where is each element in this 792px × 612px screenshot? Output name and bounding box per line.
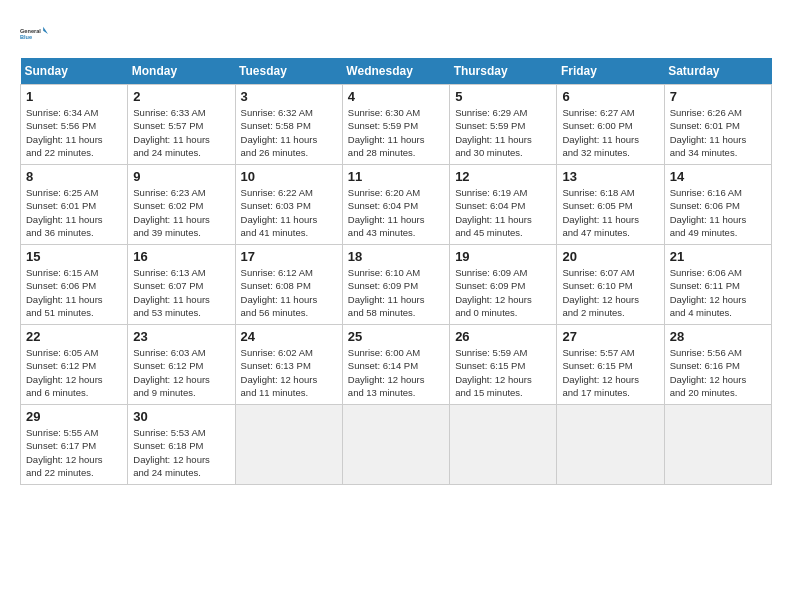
day-info: Sunrise: 6:09 AM Sunset: 6:09 PM Dayligh… [455,266,551,319]
calendar-cell: 3Sunrise: 6:32 AM Sunset: 5:58 PM Daylig… [235,85,342,165]
calendar-cell: 29Sunrise: 5:55 AM Sunset: 6:17 PM Dayli… [21,405,128,485]
svg-text:Blue: Blue [20,34,32,40]
day-info: Sunrise: 6:16 AM Sunset: 6:06 PM Dayligh… [670,186,766,239]
day-info: Sunrise: 6:15 AM Sunset: 6:06 PM Dayligh… [26,266,122,319]
day-info: Sunrise: 5:57 AM Sunset: 6:15 PM Dayligh… [562,346,658,399]
day-info: Sunrise: 6:23 AM Sunset: 6:02 PM Dayligh… [133,186,229,239]
day-of-week-header: Tuesday [235,58,342,85]
calendar-cell: 21Sunrise: 6:06 AM Sunset: 6:11 PM Dayli… [664,245,771,325]
day-info: Sunrise: 6:12 AM Sunset: 6:08 PM Dayligh… [241,266,337,319]
calendar-cell: 12Sunrise: 6:19 AM Sunset: 6:04 PM Dayli… [450,165,557,245]
day-info: Sunrise: 6:19 AM Sunset: 6:04 PM Dayligh… [455,186,551,239]
day-number: 24 [241,329,337,344]
calendar-cell: 22Sunrise: 6:05 AM Sunset: 6:12 PM Dayli… [21,325,128,405]
week-row: 29Sunrise: 5:55 AM Sunset: 6:17 PM Dayli… [21,405,772,485]
day-number: 2 [133,89,229,104]
day-number: 20 [562,249,658,264]
calendar-cell [342,405,449,485]
calendar-cell: 20Sunrise: 6:07 AM Sunset: 6:10 PM Dayli… [557,245,664,325]
day-info: Sunrise: 6:06 AM Sunset: 6:11 PM Dayligh… [670,266,766,319]
calendar-cell: 13Sunrise: 6:18 AM Sunset: 6:05 PM Dayli… [557,165,664,245]
calendar-cell: 16Sunrise: 6:13 AM Sunset: 6:07 PM Dayli… [128,245,235,325]
day-number: 5 [455,89,551,104]
day-info: Sunrise: 6:10 AM Sunset: 6:09 PM Dayligh… [348,266,444,319]
calendar-cell: 4Sunrise: 6:30 AM Sunset: 5:59 PM Daylig… [342,85,449,165]
day-info: Sunrise: 6:07 AM Sunset: 6:10 PM Dayligh… [562,266,658,319]
day-number: 8 [26,169,122,184]
day-number: 1 [26,89,122,104]
days-header-row: SundayMondayTuesdayWednesdayThursdayFrid… [21,58,772,85]
day-number: 26 [455,329,551,344]
day-number: 29 [26,409,122,424]
calendar-cell: 17Sunrise: 6:12 AM Sunset: 6:08 PM Dayli… [235,245,342,325]
day-info: Sunrise: 6:03 AM Sunset: 6:12 PM Dayligh… [133,346,229,399]
week-row: 1Sunrise: 6:34 AM Sunset: 5:56 PM Daylig… [21,85,772,165]
calendar-cell: 24Sunrise: 6:02 AM Sunset: 6:13 PM Dayli… [235,325,342,405]
day-number: 7 [670,89,766,104]
calendar-cell: 25Sunrise: 6:00 AM Sunset: 6:14 PM Dayli… [342,325,449,405]
day-number: 22 [26,329,122,344]
calendar-cell: 27Sunrise: 5:57 AM Sunset: 6:15 PM Dayli… [557,325,664,405]
calendar-cell: 8Sunrise: 6:25 AM Sunset: 6:01 PM Daylig… [21,165,128,245]
day-number: 15 [26,249,122,264]
day-info: Sunrise: 6:32 AM Sunset: 5:58 PM Dayligh… [241,106,337,159]
day-number: 10 [241,169,337,184]
day-of-week-header: Wednesday [342,58,449,85]
day-number: 14 [670,169,766,184]
calendar-cell: 14Sunrise: 6:16 AM Sunset: 6:06 PM Dayli… [664,165,771,245]
logo: GeneralBlue [20,20,48,48]
calendar-cell [664,405,771,485]
day-number: 27 [562,329,658,344]
day-number: 16 [133,249,229,264]
day-info: Sunrise: 6:13 AM Sunset: 6:07 PM Dayligh… [133,266,229,319]
calendar-cell: 1Sunrise: 6:34 AM Sunset: 5:56 PM Daylig… [21,85,128,165]
calendar-cell: 26Sunrise: 5:59 AM Sunset: 6:15 PM Dayli… [450,325,557,405]
day-number: 21 [670,249,766,264]
day-number: 23 [133,329,229,344]
day-info: Sunrise: 6:22 AM Sunset: 6:03 PM Dayligh… [241,186,337,239]
svg-marker-2 [43,27,48,34]
page-header: GeneralBlue [20,20,772,48]
calendar-cell: 6Sunrise: 6:27 AM Sunset: 6:00 PM Daylig… [557,85,664,165]
day-info: Sunrise: 6:20 AM Sunset: 6:04 PM Dayligh… [348,186,444,239]
logo-icon: GeneralBlue [20,20,48,48]
svg-text:General: General [20,28,41,34]
day-of-week-header: Sunday [21,58,128,85]
calendar-cell [235,405,342,485]
day-number: 18 [348,249,444,264]
day-info: Sunrise: 6:30 AM Sunset: 5:59 PM Dayligh… [348,106,444,159]
calendar-cell: 28Sunrise: 5:56 AM Sunset: 6:16 PM Dayli… [664,325,771,405]
day-info: Sunrise: 6:00 AM Sunset: 6:14 PM Dayligh… [348,346,444,399]
day-info: Sunrise: 6:29 AM Sunset: 5:59 PM Dayligh… [455,106,551,159]
day-info: Sunrise: 6:18 AM Sunset: 6:05 PM Dayligh… [562,186,658,239]
day-info: Sunrise: 6:05 AM Sunset: 6:12 PM Dayligh… [26,346,122,399]
day-number: 13 [562,169,658,184]
day-info: Sunrise: 5:55 AM Sunset: 6:17 PM Dayligh… [26,426,122,479]
day-number: 30 [133,409,229,424]
calendar-cell: 11Sunrise: 6:20 AM Sunset: 6:04 PM Dayli… [342,165,449,245]
day-of-week-header: Monday [128,58,235,85]
day-number: 11 [348,169,444,184]
day-info: Sunrise: 5:59 AM Sunset: 6:15 PM Dayligh… [455,346,551,399]
day-info: Sunrise: 5:53 AM Sunset: 6:18 PM Dayligh… [133,426,229,479]
day-info: Sunrise: 6:25 AM Sunset: 6:01 PM Dayligh… [26,186,122,239]
day-info: Sunrise: 5:56 AM Sunset: 6:16 PM Dayligh… [670,346,766,399]
day-info: Sunrise: 6:33 AM Sunset: 5:57 PM Dayligh… [133,106,229,159]
day-info: Sunrise: 6:34 AM Sunset: 5:56 PM Dayligh… [26,106,122,159]
day-number: 3 [241,89,337,104]
day-info: Sunrise: 6:02 AM Sunset: 6:13 PM Dayligh… [241,346,337,399]
calendar-cell: 18Sunrise: 6:10 AM Sunset: 6:09 PM Dayli… [342,245,449,325]
day-number: 12 [455,169,551,184]
calendar-cell: 2Sunrise: 6:33 AM Sunset: 5:57 PM Daylig… [128,85,235,165]
day-number: 28 [670,329,766,344]
calendar-cell [557,405,664,485]
calendar-cell: 30Sunrise: 5:53 AM Sunset: 6:18 PM Dayli… [128,405,235,485]
week-row: 15Sunrise: 6:15 AM Sunset: 6:06 PM Dayli… [21,245,772,325]
day-number: 25 [348,329,444,344]
day-of-week-header: Thursday [450,58,557,85]
day-of-week-header: Friday [557,58,664,85]
day-number: 6 [562,89,658,104]
week-row: 22Sunrise: 6:05 AM Sunset: 6:12 PM Dayli… [21,325,772,405]
calendar-cell: 7Sunrise: 6:26 AM Sunset: 6:01 PM Daylig… [664,85,771,165]
day-of-week-header: Saturday [664,58,771,85]
